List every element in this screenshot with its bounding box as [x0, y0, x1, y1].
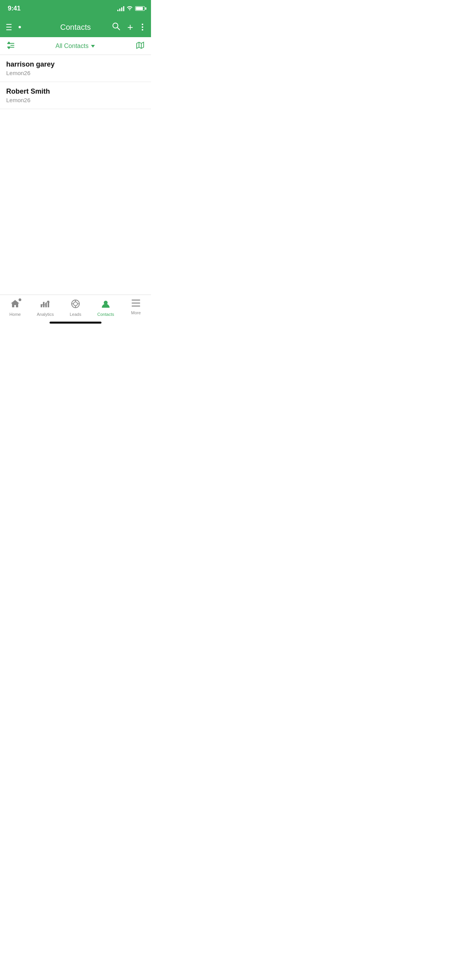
search-button[interactable]: [112, 22, 120, 32]
svg-line-5: [117, 27, 120, 30]
wifi-icon: [127, 5, 133, 12]
overflow-menu-button[interactable]: [140, 23, 145, 31]
settings-button[interactable]: [6, 24, 23, 31]
map-view-button[interactable]: [136, 41, 145, 51]
filter-bar: All Contacts: [0, 37, 151, 55]
battery-icon: [135, 6, 145, 11]
home-badge: [18, 298, 22, 302]
svg-point-16: [74, 302, 77, 306]
nav-item-home[interactable]: Home: [0, 299, 30, 317]
nav-label-analytics: Analytics: [37, 312, 54, 317]
app-header: Contacts +: [0, 17, 151, 37]
status-time: 9:41: [8, 5, 21, 12]
svg-rect-0: [6, 24, 12, 25]
nav-item-more[interactable]: More: [121, 299, 151, 315]
page-title: Contacts: [60, 23, 91, 32]
status-bar: 9:41: [0, 0, 151, 17]
home-icon: [10, 299, 20, 310]
analytics-icon: [40, 299, 51, 310]
header-right: +: [112, 22, 145, 32]
nav-label-home: Home: [9, 312, 21, 317]
contact-item-2[interactable]: Robert Smith Lemon26: [0, 82, 151, 109]
filter-label: All Contacts: [55, 43, 88, 50]
contact-name-2: Robert Smith: [6, 87, 145, 96]
svg-rect-23: [132, 303, 140, 304]
contacts-icon: [101, 299, 111, 310]
svg-rect-1: [6, 27, 12, 27]
more-icon: [131, 299, 141, 309]
filter-selector[interactable]: All Contacts: [55, 43, 94, 50]
status-icons: [117, 5, 145, 12]
home-indicator: [50, 322, 101, 324]
svg-point-3: [19, 26, 21, 28]
contact-company-2: Lemon26: [6, 97, 145, 103]
nav-item-analytics[interactable]: Analytics: [30, 299, 60, 317]
nav-label-contacts: Contacts: [97, 312, 114, 317]
contact-company-1: Lemon26: [6, 70, 145, 76]
contact-list: harrison garey Lemon26 Robert Smith Lemo…: [0, 55, 151, 109]
filter-chevron-icon: [91, 45, 95, 48]
svg-rect-24: [132, 306, 140, 307]
svg-rect-22: [132, 300, 140, 301]
nav-label-more: More: [131, 310, 141, 315]
nav-label-leads: Leads: [70, 312, 81, 317]
add-button[interactable]: +: [127, 22, 133, 32]
contact-name-1: harrison garey: [6, 60, 145, 69]
svg-rect-2: [6, 29, 12, 30]
signal-icon: [117, 6, 124, 11]
header-left: [6, 24, 23, 31]
sort-button[interactable]: [6, 41, 15, 51]
contact-item-1[interactable]: harrison garey Lemon26: [0, 55, 151, 82]
nav-item-leads[interactable]: Leads: [60, 299, 91, 317]
nav-item-contacts[interactable]: Contacts: [91, 299, 121, 317]
leads-icon: [70, 299, 81, 310]
